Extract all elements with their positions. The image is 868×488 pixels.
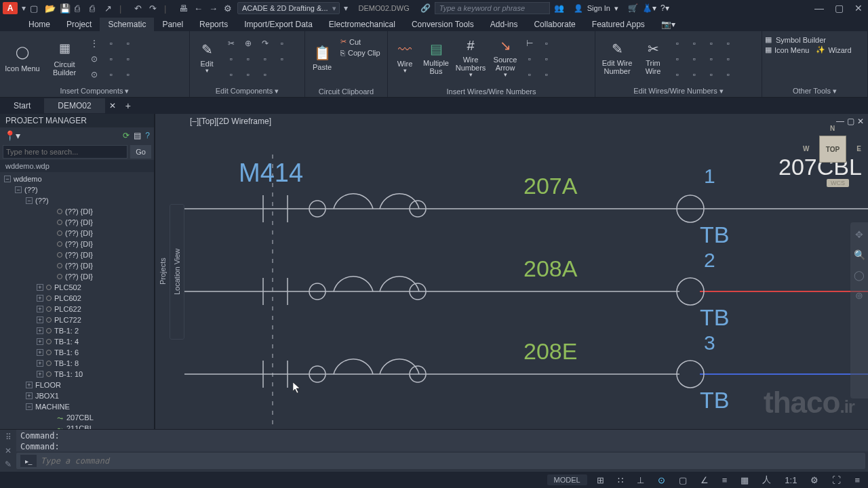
maximize-icon[interactable]: ▢ — [832, 3, 846, 14]
tree-node[interactable]: ⤳211CBL — [0, 423, 154, 429]
wizard-button[interactable]: ✨Wizard — [816, 45, 851, 54]
polar-icon[interactable]: ⊙ — [654, 474, 669, 487]
share-icon[interactable]: ↗ — [104, 3, 114, 13]
share-doc-icon[interactable]: 🔗 — [420, 3, 431, 13]
pm-project-file[interactable]: wddemo.wdp — [0, 160, 154, 172]
small-btn[interactable]: ▫ — [275, 37, 290, 50]
small-btn[interactable]: ▫ — [121, 68, 136, 81]
back-icon[interactable]: ← — [194, 3, 203, 13]
small-btn[interactable]: ▫ — [704, 52, 719, 66]
tab-extra-icon[interactable]: 📷▾ — [653, 18, 684, 31]
cube-face[interactable]: TOP — [819, 136, 846, 163]
lineweight-icon[interactable]: ≡ — [718, 474, 732, 487]
tree-node[interactable]: +TB-1: 4 — [0, 336, 154, 347]
qat-caret-icon[interactable]: ▾ — [344, 3, 348, 13]
save-icon[interactable]: 💾 — [60, 3, 69, 13]
small-btn[interactable]: ▫ — [670, 52, 685, 66]
tree-node[interactable]: (??) {DI} — [0, 271, 154, 282]
small-btn[interactable]: ▫ — [721, 37, 736, 50]
annotation-icon[interactable]: 人 — [758, 472, 775, 487]
small-btn[interactable]: ▫ — [721, 68, 736, 81]
grid-icon[interactable]: ⊞ — [593, 474, 608, 487]
tab-schematic[interactable]: Schematic — [100, 18, 154, 31]
small-btn[interactable]: ▫ — [275, 52, 290, 66]
pm-go-button[interactable]: Go — [130, 145, 151, 159]
location-pin-icon[interactable]: 📍▾ — [4, 130, 20, 141]
small-btn[interactable]: ▫ — [687, 68, 702, 81]
tree-node[interactable]: (??) {DI} — [0, 260, 154, 271]
wire-button[interactable]: 〰Wire▾ — [391, 33, 419, 84]
search-caret-icon[interactable]: 👥 — [554, 3, 564, 13]
new-icon[interactable]: ▢ — [30, 3, 39, 13]
tree-node[interactable]: +TB-1: 8 — [0, 358, 154, 369]
small-btn[interactable]: ✂ — [224, 37, 239, 50]
wcs-label[interactable]: WCS — [827, 179, 849, 187]
doc-tab-start[interactable]: Start — [0, 98, 44, 113]
app-switcher-icon[interactable]: 👗▾ — [642, 3, 656, 13]
small-btn[interactable]: ▫ — [522, 52, 537, 66]
doc-tab-active[interactable]: DEMO02 — [44, 98, 104, 113]
small-btn[interactable]: ⊙ — [87, 52, 102, 66]
tree-node[interactable]: +TB-1: 2 — [0, 325, 154, 336]
help-icon[interactable]: ?▾ — [660, 3, 669, 13]
sign-in[interactable]: 👤 Sign In ▾ — [568, 4, 624, 13]
tree-node[interactable]: +TB-1: 6 — [0, 347, 154, 358]
tree-node[interactable]: (??) {DI} — [0, 206, 154, 217]
trim-wire-button[interactable]: ✂Trim Wire — [639, 33, 667, 84]
forward-icon[interactable]: → — [209, 3, 218, 13]
small-btn[interactable]: ▫ — [224, 52, 239, 66]
tab-addins[interactable]: Add-ins — [482, 18, 526, 31]
refresh-icon[interactable]: ⟳ — [123, 131, 130, 140]
saveas-icon[interactable]: ⎙ — [75, 3, 84, 13]
small-btn[interactable]: ▫ — [121, 37, 136, 50]
small-btn[interactable]: ▫ — [522, 68, 537, 81]
help-icon[interactable]: ? — [145, 131, 150, 140]
doc-tab-close-icon[interactable]: ✕ — [105, 101, 120, 110]
edit-button[interactable]: ✎Edit▾ — [193, 33, 221, 84]
panel-title[interactable]: Edit Wires/Wire Numbers ▾ — [598, 85, 759, 97]
tab-featured[interactable]: Featured Apps — [584, 18, 653, 31]
small-btn[interactable]: ▫ — [539, 52, 554, 66]
tab-panel[interactable]: Panel — [154, 18, 191, 31]
small-btn[interactable]: ▫ — [121, 52, 136, 66]
tree-node[interactable]: ⤳207CBL — [0, 412, 154, 423]
tree-node[interactable]: (??) {DI} — [0, 249, 154, 260]
icon-menu-button[interactable]: ◯Icon Menu — [3, 33, 42, 84]
command-close-icon[interactable]: ✕ — [5, 446, 12, 455]
small-btn[interactable]: ▫ — [224, 68, 239, 81]
command-prompt-icon[interactable]: ▸_ — [20, 455, 37, 467]
view-close-icon[interactable]: ✕ — [857, 117, 864, 126]
menu-caret-icon[interactable]: ▾ — [22, 3, 26, 13]
small-btn[interactable]: ▫ — [539, 68, 554, 81]
model-space-button[interactable]: MODEL — [547, 474, 587, 485]
small-btn[interactable]: ▫ — [539, 37, 554, 50]
tab-electromechanical[interactable]: Electromechanical — [321, 18, 403, 31]
help-search[interactable]: Type a keyword or phrase — [435, 2, 550, 14]
scale-icon[interactable]: 1:1 — [781, 474, 801, 487]
small-btn[interactable]: ▫ — [241, 52, 256, 66]
small-btn[interactable]: ⋮ — [87, 37, 102, 50]
small-btn[interactable]: ▫ — [687, 37, 702, 50]
small-btn[interactable]: ⊙ — [87, 68, 102, 81]
tree-node[interactable]: −(??) — [0, 195, 154, 206]
gear-icon[interactable]: ⚙ — [806, 474, 823, 487]
icon-menu-2-button[interactable]: ▦Icon Menu — [765, 45, 809, 54]
tree-node[interactable]: (??) {DI} — [0, 217, 154, 228]
copy-clip-button[interactable]: ⎘Copy Clip — [339, 48, 382, 58]
tab-import-export[interactable]: Import/Export Data — [236, 18, 321, 31]
location-view-palette-tab[interactable]: Location View — [170, 204, 184, 340]
multiple-bus-button[interactable]: ▤Multiple Bus — [422, 33, 450, 84]
paste-button[interactable]: 📋Paste — [308, 33, 336, 84]
panel-title[interactable]: Insert Components ▾ — [3, 85, 186, 97]
source-arrow-button[interactable]: ↘Source Arrow▾ — [491, 33, 519, 84]
tree-node[interactable]: +PLC622 — [0, 304, 154, 314]
pan-icon[interactable]: ✥ — [855, 229, 863, 240]
small-btn[interactable]: ▫ — [258, 52, 273, 66]
tree-node[interactable]: (??) {DI} — [0, 239, 154, 249]
tab-home[interactable]: Home — [20, 18, 58, 31]
symbol-builder-button[interactable]: ▦Symbol Builder — [765, 35, 826, 44]
circuit-builder-button[interactable]: ▦Circuit Builder — [45, 33, 84, 84]
small-btn[interactable]: ▫ — [670, 68, 685, 81]
tab-project[interactable]: Project — [58, 18, 100, 31]
plot-icon[interactable]: ⎙ — [90, 3, 99, 13]
